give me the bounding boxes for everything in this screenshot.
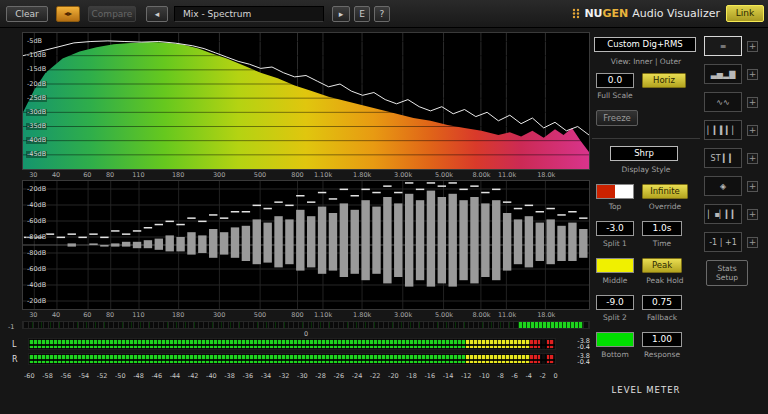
play-button[interactable]: ▸ — [332, 6, 350, 22]
mode-histogram-button[interactable]: ▃▅▂▇ — [704, 64, 742, 84]
meter-scale-label: -48 — [133, 372, 144, 380]
freq-tick-label: 180 — [172, 311, 184, 319]
peak-button[interactable]: Peak — [642, 258, 682, 273]
meter-readouts: -3.8-0.4 — [562, 353, 590, 365]
freq-tick-label: 110 — [132, 311, 144, 319]
meter-scale-label: -58 — [42, 372, 53, 380]
mode-vectorscope-button[interactable]: ◈ — [704, 176, 742, 196]
add-histogram-button[interactable]: + — [747, 69, 758, 80]
add-vectorscope-button[interactable]: + — [747, 181, 758, 192]
meter-scale-label: -2 — [539, 372, 545, 380]
settings-divider — [592, 138, 700, 139]
mode-row: -1 | +1+ — [704, 228, 766, 256]
meter-scale-label: 0 — [554, 372, 558, 380]
freq-tick-label: 1.80k — [353, 171, 371, 179]
meter-channel-label: L — [12, 340, 16, 349]
brand-gen: GEN — [603, 7, 629, 20]
brand-rest: Audio Visualizer — [632, 7, 720, 20]
split1-field[interactable]: -3.0 — [596, 221, 634, 236]
freq-tick-label: 1.10k — [314, 311, 332, 319]
meter-scale-label: -36 — [242, 372, 253, 380]
add-correlation-button[interactable]: + — [747, 237, 758, 248]
mode-correlation-button[interactable]: -1 | +1 — [704, 232, 742, 252]
mode-waveform-button[interactable]: ∿∿ — [704, 92, 742, 112]
scale-value-field[interactable]: 0.0 — [596, 73, 634, 88]
mode-strip: ≡+▃▅▂▇+∿∿+▏▎▍▎▏+ST ▎▎+◈+▏▪▏▎▎+-1 | +1+ — [704, 32, 766, 256]
meter-scale-label: -28 — [315, 372, 326, 380]
freq-tick-label: 18.0k — [537, 171, 555, 179]
meter-type-select[interactable]: Custom Dig+RMS — [594, 37, 696, 52]
nugen-visualizer-window: Clear ◂▸ Compare ◂ Mix - Spectrum ▸ E ? … — [0, 0, 768, 414]
meter-scale-label: -50 — [115, 372, 126, 380]
swap-arrows-icon: ◂▸ — [64, 9, 72, 18]
freq-tick-label: 80 — [106, 171, 114, 179]
spectrum-db-label: -45dB — [26, 151, 47, 158]
horiz-button[interactable]: Horiz — [642, 73, 686, 88]
ab-swap-button[interactable]: ◂▸ — [56, 6, 80, 22]
spectrum-lines-icon: ▏▎▍▎▏ — [708, 126, 739, 135]
mode-row: ▏▪▏▎▎+ — [704, 200, 766, 228]
spectrum-panel[interactable]: -5dB-10dB-15dB-20dB-25dB-30dB-35dB-40dB-… — [22, 32, 590, 170]
add-waveform-button[interactable]: + — [747, 97, 758, 108]
correlation-zero-label: 0 — [22, 330, 590, 338]
time-field[interactable]: 1.0s — [642, 221, 682, 236]
nugen-dots-icon — [572, 8, 580, 19]
response-field[interactable]: 1.00 — [642, 332, 682, 347]
spectrum-plot — [23, 33, 589, 169]
meter-scale-label: -16 — [424, 372, 435, 380]
bottom-label: Bottom — [596, 350, 634, 359]
meter-scale-label: -32 — [279, 372, 290, 380]
split2-field[interactable]: -9.0 — [596, 295, 634, 310]
meter-scale-label: -22 — [370, 372, 381, 380]
histogram-plot — [23, 181, 589, 309]
help-button[interactable]: ? — [374, 6, 390, 22]
mode-stereo-button[interactable]: ST ▎▎ — [704, 148, 742, 168]
link-button[interactable]: Link — [726, 5, 764, 22]
meter-bars-icon: ▏▪▏▎▎ — [708, 210, 738, 219]
mode-meter-bars-button[interactable]: ▏▪▏▎▎ — [704, 204, 742, 224]
freq-tick-label: 180 — [172, 171, 184, 179]
view-label: View: Inner | Outer — [592, 57, 700, 66]
freq-tick-label: 500 — [254, 311, 266, 319]
preset-display[interactable]: Mix - Spectrum — [174, 6, 324, 22]
freeze-button[interactable]: Freeze — [596, 110, 638, 126]
add-stereo-button[interactable]: + — [747, 153, 758, 164]
peak-hold-label: Peak Hold — [638, 276, 692, 285]
add-level-lines-button[interactable]: + — [747, 41, 758, 52]
display-style-select[interactable]: Shrp — [610, 146, 678, 161]
correlation-min-label: -1 — [8, 323, 14, 331]
meter-scale-label: -34 — [261, 372, 272, 380]
infinite-button[interactable]: Infinite — [642, 184, 688, 199]
fallback-label: Fallback — [642, 313, 682, 322]
freq-tick-label: 80 — [106, 311, 114, 319]
edit-button[interactable]: E — [354, 6, 370, 22]
histogram-panel[interactable]: -20dB-40dB-60dB-80dB-80dB-60dB-40dB-20dB — [22, 180, 590, 310]
mode-level-lines-button[interactable]: ≡ — [704, 36, 742, 56]
bottom-color-swatch[interactable] — [596, 332, 634, 347]
top-color-swatch[interactable] — [596, 184, 634, 199]
brand-logo: NUGENAudio Visualizer — [572, 7, 720, 20]
time-label: Time — [642, 239, 682, 248]
response-label: Response — [642, 350, 682, 359]
spectrum-db-label: -5dB — [26, 38, 43, 45]
freq-tick-label: 30 — [29, 311, 37, 319]
clear-button[interactable]: Clear — [6, 6, 48, 22]
freq-tick-label: 40 — [52, 311, 60, 319]
prev-preset-button[interactable]: ◂ — [146, 6, 168, 22]
fallback-field[interactable]: 0.75 — [642, 295, 682, 310]
histogram-db-label: -80dB — [26, 234, 47, 241]
freq-tick-label: 3.00k — [394, 171, 412, 179]
waveform-icon: ∿∿ — [716, 98, 729, 107]
level-lines-icon: ≡ — [720, 42, 727, 51]
histogram-db-label: -60dB — [26, 266, 47, 273]
histogram-db-label: -60dB — [26, 218, 47, 225]
add-spectrum-lines-button[interactable]: + — [747, 125, 758, 136]
freq-tick-label: 60 — [83, 171, 91, 179]
middle-color-swatch[interactable] — [596, 258, 634, 273]
compare-button[interactable]: Compare — [88, 6, 136, 22]
meter-scale-label: -10 — [479, 372, 490, 380]
stereo-icon: ST ▎▎ — [711, 154, 736, 163]
stats-setup-button[interactable]: Stats Setup — [706, 260, 748, 286]
mode-spectrum-lines-button[interactable]: ▏▎▍▎▏ — [704, 120, 742, 140]
add-meter-bars-button[interactable]: + — [747, 209, 758, 220]
